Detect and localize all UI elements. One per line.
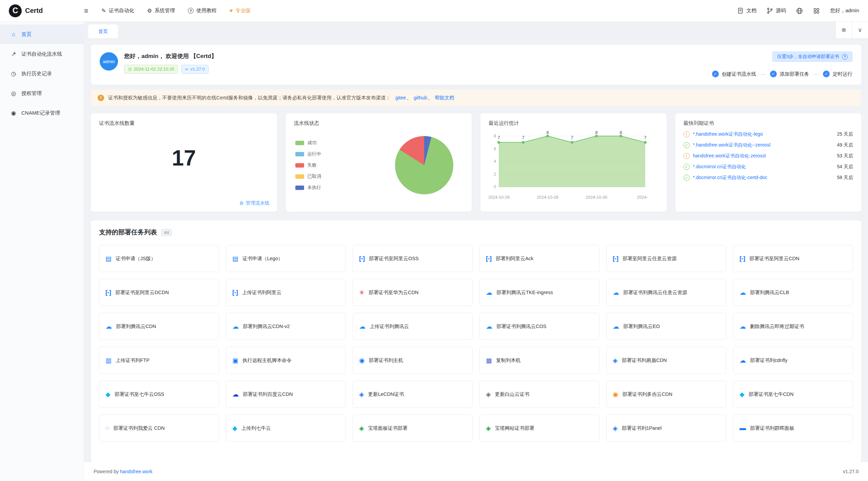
svg-text:8: 8 (595, 130, 597, 135)
task-provider-icon: [-] (739, 255, 745, 262)
manage-pipelines-link[interactable]: ⚙ 管理流水线 (239, 200, 270, 206)
sidebar-item-history[interactable]: ◷ 执行历史记录 (0, 64, 84, 83)
task-card[interactable]: ☁ 上传证书到腾讯云 (353, 313, 473, 340)
task-card[interactable]: ◉ 部署证书到主机 (353, 347, 473, 374)
task-label: 复制到本机 (496, 357, 521, 364)
task-label: 部署到阿里云Ack (496, 255, 533, 262)
task-card[interactable]: [-] 部署证书至阿里云DCDN (99, 279, 219, 306)
pen-icon: ✎ (101, 7, 106, 14)
sidebar-collapse-icon[interactable]: ≡ (84, 7, 88, 15)
task-label: 部署证书到易盾CDN (622, 357, 667, 364)
task-card[interactable]: [-] 部署到阿里云Ack (479, 245, 599, 272)
task-card[interactable]: [-] 部署证书至阿里云OSS (353, 245, 473, 272)
task-card[interactable]: [-] 上传证书到阿里云 (226, 279, 346, 306)
handsfree-link[interactable]: handsfree.work (120, 469, 153, 474)
task-card[interactable]: ◆ 部署证书至七牛云OSS (99, 381, 219, 408)
task-card[interactable]: ◈ 宝塔网站证书部署 (479, 415, 599, 442)
task-card[interactable]: ◈ 更新白山云证书 (479, 381, 599, 408)
task-card[interactable]: ◈ 部署证书到易盾CDN (606, 347, 726, 374)
pipeline-count-card: 证书流水线数量 17 ⚙ 管理流水线 (91, 113, 277, 212)
task-card[interactable]: ▦ 复制到本机 (479, 347, 599, 374)
task-card[interactable]: ▬ 部署证书到群晖面板 (733, 415, 853, 442)
notice-link[interactable]: gitee (395, 95, 406, 100)
task-card[interactable]: ◈ 宝塔面板证书部署 (353, 415, 473, 442)
question-circle-icon: ? (188, 8, 194, 14)
task-card[interactable]: [-] 部署证书至阿里云CDN (733, 245, 853, 272)
svg-text:8: 8 (494, 134, 496, 138)
x-axis-labels: 2024-10-26 2024-10-28 2024-10-30 2024-11… (489, 194, 648, 201)
task-card[interactable]: ☁ 部署到腾讯云CDN (99, 313, 219, 340)
task-card[interactable]: ▤ 证书申请（Lego） (226, 245, 346, 272)
task-card[interactable]: ◆ 上传到七牛云 (226, 415, 346, 442)
task-provider-icon: [-] (232, 289, 238, 296)
language-globe-icon[interactable] (796, 7, 803, 14)
cert-name-link[interactable]: *.handsfree.work证书自动化-lego (693, 131, 834, 137)
notice-text: 证书和授权为敏感信息，不要使用来历不明的在线Certd服务和镜像，以免泄露；请务… (108, 95, 391, 101)
task-card[interactable]: ✳ 部署证书至华为云CDN (353, 279, 473, 306)
task-provider-icon: ▦ (486, 357, 492, 364)
close-tabs-button[interactable]: ⊗ (835, 21, 852, 38)
nav-item-pro-edition[interactable]: ♥ 专业版 (223, 0, 257, 22)
tab-home[interactable]: 首页 (88, 24, 118, 38)
svg-text:6: 6 (494, 147, 496, 151)
card-title: 流水线状态 (294, 120, 464, 127)
task-provider-icon: ◈ (486, 390, 491, 398)
task-provider-icon: ☁ (486, 289, 492, 296)
sidebar-item-licenses[interactable]: ◎ 授权管理 (0, 83, 84, 103)
task-provider-icon: ☁ (232, 390, 238, 398)
avatar[interactable]: admin (100, 52, 118, 71)
task-card[interactable]: ☁ 删除腾讯云即将过期证书 (733, 313, 853, 340)
task-card[interactable]: ▤ 证书申请（JS版） (99, 245, 219, 272)
task-label: 部署至阿里云任意云资源 (623, 255, 677, 262)
task-provider-icon: ▥ (105, 357, 111, 364)
legend-item: 未执行 (295, 185, 321, 191)
layout-grid-icon[interactable] (813, 7, 820, 14)
docs-link[interactable]: 文档 (737, 7, 756, 14)
task-label: 部署证书到群晖面板 (750, 425, 794, 431)
task-label: 上传证书到FTP (116, 357, 150, 364)
task-card[interactable]: ◈ 更新LeCDN证书 (353, 381, 473, 408)
notice-link[interactable]: github (414, 95, 427, 100)
sidebar-item-pipelines[interactable]: ↗ 证书自动化流水线 (0, 44, 84, 64)
svg-text:4: 4 (494, 159, 496, 164)
task-card[interactable]: ☁ 部署证书到百度云CDN (226, 381, 346, 408)
check-circle-icon: ✓ (770, 71, 777, 77)
task-label: 部署到腾讯云TKE-ingress (496, 289, 553, 296)
task-label: 上传证书到阿里云 (242, 289, 281, 296)
task-card[interactable]: ▥ 上传证书到FTP (99, 347, 219, 374)
cert-name-link[interactable]: *.handsfree.work证书自动化--zerossl (693, 142, 834, 148)
task-card[interactable]: [-] 部署至阿里云任意云资源 (606, 245, 726, 272)
cert-name-link[interactable]: handsfree.work证书自动化-zerossl (693, 153, 834, 159)
task-card[interactable]: ☁ 部署到腾讯云CLB (733, 279, 853, 306)
task-card[interactable]: ◉ 部署证书到多吉云CDN (606, 381, 726, 408)
task-card[interactable]: ◈ 部署证书到1Panel (606, 415, 726, 442)
task-card[interactable]: ☁ 部署到腾讯云TKE-ingress (479, 279, 599, 306)
task-provider-icon: ☁ (105, 323, 112, 330)
sidebar-item-home[interactable]: ⌂ 首页 (0, 24, 84, 44)
manage-link-label: 管理流水线 (246, 200, 270, 206)
cert-name-link[interactable]: *.docmirror.cn证书自动化 (693, 164, 834, 170)
user-greeting[interactable]: 您好，admin (830, 7, 859, 14)
cert-name-link[interactable]: *.docmirror.cn证书自动化-certd-doc (693, 175, 834, 181)
quickstart-promo-button[interactable]: 仅需3步，全自动申请部署证书 ? (772, 52, 852, 62)
nav-item-tutorial[interactable]: ? 使用教程 (181, 0, 223, 22)
sidebar-item-cname-records[interactable]: ◉ CNAME记录管理 (0, 103, 84, 123)
task-card[interactable]: ☁ 部署证书到cdnfly (733, 347, 853, 374)
nav-item-system-management[interactable]: ⚙ 系统管理 (141, 0, 181, 22)
task-card[interactable]: ◆ 部署证书至七牛CDN (733, 381, 853, 408)
task-card[interactable]: ☁ 部署到腾讯云EO (606, 313, 726, 340)
nav-item-cert-automation[interactable]: ✎ 证书自动化 (95, 0, 140, 22)
card-title: 最近运行统计 (489, 120, 658, 127)
tab-options-dropdown[interactable]: ∨ (852, 21, 868, 38)
task-card[interactable]: ☁ 部署证书到腾讯云COS (479, 313, 599, 340)
sidebar-item-label: 授权管理 (21, 90, 42, 97)
task-card[interactable]: ▣ 执行远程主机脚本命令 (226, 347, 346, 374)
source-code-link[interactable]: 源码 (767, 7, 786, 14)
task-card[interactable]: ☁ 部署到腾讯云CDN-v2 (226, 313, 346, 340)
task-card[interactable]: ◌ 部署证书到我爱云 CDN (99, 415, 219, 442)
task-label: 上传到七牛云 (241, 425, 271, 431)
footer: Powered by handsfree.work v1.27.0 (84, 462, 868, 481)
version-badge[interactable]: ∞ v1.27.0 (181, 65, 209, 74)
notice-link[interactable]: 帮助文档 (435, 95, 454, 100)
task-card[interactable]: ☁ 部署证书到腾讯云任意云资源 (606, 279, 726, 306)
